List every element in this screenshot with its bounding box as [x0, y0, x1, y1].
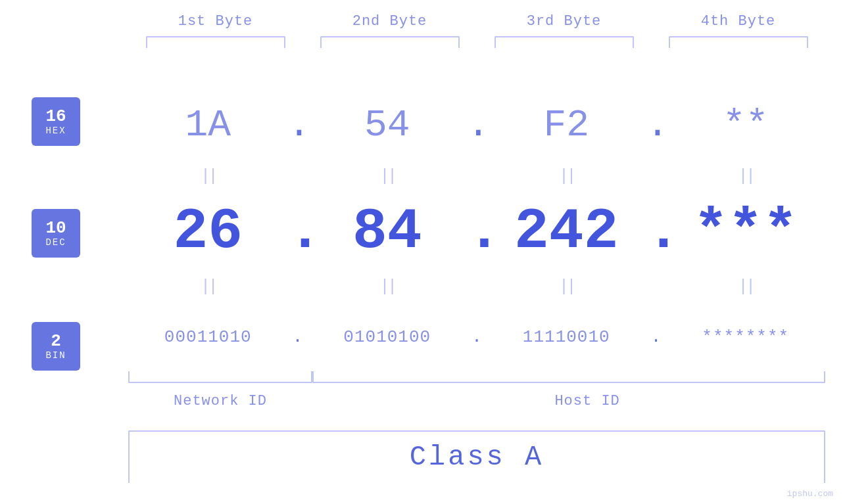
- class-label: Class A: [410, 442, 544, 473]
- dot-hex-3: .: [646, 104, 666, 147]
- header-col-1: 1st Byte: [128, 0, 302, 66]
- network-id-label: Network ID: [128, 393, 312, 409]
- eq-sym2-4: ||: [738, 277, 753, 296]
- badge-dec-number: 10: [45, 219, 66, 238]
- dec-cell-4: ***: [666, 199, 826, 264]
- badge-bin: 2 BIN: [32, 322, 80, 371]
- bin-val-2: 01010100: [343, 327, 431, 347]
- page: 16 HEX 10 DEC 2 BIN 1st Byte 2nd Byte 3r…: [0, 0, 845, 504]
- watermark: ipshu.com: [787, 489, 833, 499]
- col4-header: 4th Byte: [701, 13, 776, 30]
- dec-val-1: 26: [173, 199, 243, 264]
- eq-cell2-4: ||: [666, 277, 826, 296]
- bracket-top-1: [146, 36, 285, 48]
- bin-cell-2: 01010100: [308, 327, 468, 347]
- eq-row-dec-bin: || || || ||: [128, 273, 825, 300]
- eq-cell-1: ||: [128, 166, 288, 186]
- header-col-4: 4th Byte: [651, 0, 825, 66]
- eq-sym2-3: ||: [559, 277, 574, 296]
- dot-hex-1: .: [288, 104, 308, 147]
- bottom-brackets: [128, 371, 825, 391]
- badge-hex-label: HEX: [45, 126, 66, 136]
- bracket-bottom-network: [128, 371, 312, 383]
- bin-val-4: ********: [702, 327, 789, 347]
- eq-sym-2: ||: [379, 166, 395, 186]
- header-area: 1st Byte 2nd Byte 3rd Byte 4th Byte: [128, 0, 825, 66]
- dot-dec-1: .: [288, 199, 308, 264]
- eq-cell2-3: ||: [487, 277, 646, 296]
- hex-val-1: 1A: [185, 104, 231, 147]
- badge-bin-label: BIN: [45, 350, 66, 361]
- eq-sym2-2: ||: [379, 277, 395, 296]
- bin-cell-3: 11110010: [487, 327, 646, 347]
- eq-sym-3: ||: [559, 166, 574, 186]
- hex-val-3: F2: [543, 104, 589, 147]
- eq-cell-4: ||: [666, 166, 826, 186]
- badge-hex-number: 16: [45, 107, 66, 126]
- badge-bin-number: 2: [51, 332, 61, 351]
- eq-sym-4: ||: [738, 166, 753, 186]
- hex-cell-1: 1A: [128, 104, 288, 147]
- bin-val-3: 11110010: [523, 327, 610, 347]
- badge-hex: 16 HEX: [32, 97, 80, 146]
- eq-sym2-1: ||: [201, 277, 216, 296]
- hex-val-4: **: [723, 104, 769, 147]
- dec-val-4: ***: [694, 199, 798, 264]
- hex-val-2: 54: [364, 104, 410, 147]
- dec-cell-3: 242: [487, 199, 646, 264]
- dot-dec-3: .: [646, 199, 666, 264]
- header-col-2: 2nd Byte: [302, 0, 477, 66]
- dec-cell-1: 26: [128, 199, 288, 264]
- eq-cell-2: ||: [308, 166, 468, 186]
- dot-bin-1: .: [288, 327, 308, 347]
- bin-row: 00011010 . 01010100 . 11110010 . *******…: [128, 308, 825, 367]
- bin-cell-4: ********: [666, 327, 826, 347]
- dot-bin-3: .: [646, 327, 666, 347]
- col1-header: 1st Byte: [178, 13, 253, 30]
- bracket-top-3: [495, 36, 634, 48]
- col2-header: 2nd Byte: [352, 13, 427, 30]
- class-bar: Class A: [128, 430, 825, 483]
- dot-bin-2: .: [467, 327, 487, 347]
- badge-dec: 10 DEC: [32, 209, 80, 258]
- col3-header: 3rd Byte: [527, 13, 602, 30]
- eq-row-hex-dec: || || || ||: [128, 163, 825, 189]
- eq-cell-3: ||: [487, 166, 646, 186]
- eq-cell2-1: ||: [128, 277, 288, 296]
- dec-val-2: 84: [352, 199, 422, 264]
- bracket-top-2: [320, 36, 460, 48]
- dot-hex-2: .: [467, 104, 487, 147]
- bin-val-1: 00011010: [164, 327, 252, 347]
- dec-val-3: 242: [514, 199, 618, 264]
- host-id-label: Host ID: [349, 393, 825, 409]
- header-col-3: 3rd Byte: [477, 0, 651, 66]
- hex-cell-4: **: [666, 104, 826, 147]
- dec-cell-2: 84: [308, 199, 468, 264]
- hex-row: 1A . 54 . F2 . **: [128, 92, 825, 158]
- badge-dec-label: DEC: [45, 237, 66, 248]
- hex-cell-3: F2: [487, 104, 646, 147]
- dec-row: 26 . 84 . 242 . ***: [128, 194, 825, 269]
- eq-sym-1: ||: [201, 166, 216, 186]
- bin-cell-1: 00011010: [128, 327, 288, 347]
- hex-cell-2: 54: [308, 104, 468, 147]
- bracket-top-4: [669, 36, 808, 48]
- bracket-bottom-host: [312, 371, 825, 383]
- dot-dec-2: .: [467, 199, 487, 264]
- eq-cell2-2: ||: [308, 277, 468, 296]
